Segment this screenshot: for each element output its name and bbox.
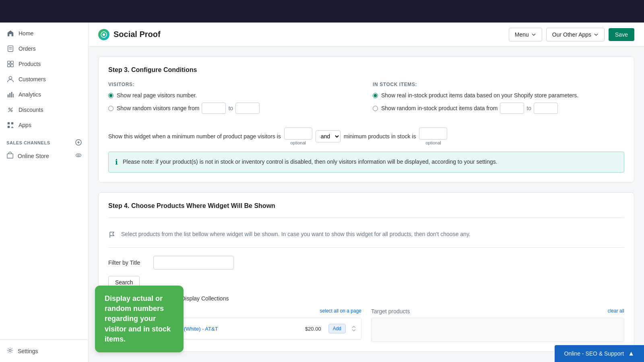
sidebar-label-orders: Orders	[19, 45, 36, 52]
instock-to-label: to	[526, 105, 531, 111]
page-header: Social Proof Menu Our Other Apps Save	[89, 23, 644, 47]
svg-point-28	[103, 33, 105, 36]
filter-input[interactable]	[153, 256, 234, 269]
sidebar-item-home[interactable]: Home	[0, 26, 88, 41]
visitors-group: VISITORS: Show real page visitors number…	[108, 82, 360, 118]
sidebar: Home Orders Products Custo	[0, 23, 89, 362]
sidebar-label-analytics: Analytics	[19, 91, 41, 98]
filter-label: Filter by Title	[108, 259, 149, 266]
stock-min-input[interactable]	[419, 128, 447, 140]
filter-row: Filter by Title	[108, 256, 624, 269]
products-icon	[6, 60, 14, 68]
conditions-grid: VISITORS: Show real page visitors number…	[108, 82, 624, 118]
svg-point-12	[9, 108, 10, 110]
svg-rect-9	[9, 93, 10, 97]
discounts-icon	[6, 106, 14, 114]
sidebar-label-customers: Customers	[19, 76, 46, 82]
visitors-min-input[interactable]	[284, 128, 312, 140]
content-area: Step 3. Configure Conditions VISITORS: S…	[89, 47, 644, 362]
menu-button[interactable]: Menu	[509, 28, 542, 41]
seo-bar-label: Online - SEO & Support	[564, 350, 624, 357]
flag-icon	[108, 231, 116, 241]
product-price: $20.00	[305, 326, 321, 332]
sidebar-item-orders[interactable]: Orders	[0, 41, 88, 56]
sidebar-label-home: Home	[19, 30, 33, 37]
svg-rect-17	[8, 126, 10, 128]
widget-condition-suffix: minimum products in stock is	[344, 133, 416, 140]
save-button[interactable]: Save	[609, 28, 634, 41]
conjunction-select[interactable]: and or	[316, 130, 341, 142]
optional-label-1: optional	[290, 140, 306, 145]
sidebar-item-products[interactable]: Products	[0, 56, 88, 72]
svg-point-7	[9, 76, 12, 79]
svg-rect-5	[8, 64, 10, 67]
visitors-radio2[interactable]: Show random visitors range from to	[108, 103, 360, 114]
settings-icon	[6, 347, 14, 355]
instock-radio1-input[interactable]	[373, 93, 378, 98]
sidebar-label-products: Products	[19, 61, 41, 67]
instock-range-from[interactable]	[500, 103, 524, 114]
sidebar-item-online-store[interactable]: Online Store	[0, 148, 88, 164]
visitors-radio2-input[interactable]	[108, 106, 114, 111]
products-grid: Select target products select all on a p…	[108, 308, 624, 342]
visitors-to-label: to	[228, 105, 233, 111]
step4-title: Step 4. Choose Products Where Widget Wil…	[108, 202, 624, 210]
seo-bar[interactable]: Online - SEO & Support ▲	[555, 345, 644, 362]
svg-rect-23	[7, 154, 13, 158]
visitors-range-from[interactable]	[202, 103, 226, 114]
instock-radio1[interactable]: Show real in-stock product items data ba…	[373, 92, 624, 99]
display-options: Display products' list Display Collectio…	[108, 295, 624, 302]
info-text: Please note: if your product(s) is not i…	[123, 158, 497, 166]
sidebar-item-apps[interactable]: Apps	[0, 117, 88, 133]
analytics-icon	[6, 90, 14, 99]
select-all-link[interactable]: select all on a page	[320, 308, 361, 315]
step3-section: Step 3. Configure Conditions VISITORS: S…	[98, 56, 634, 183]
sidebar-item-customers[interactable]: Customers	[0, 72, 88, 87]
orders-icon	[6, 45, 14, 53]
sidebar-label-discounts: Discounts	[19, 107, 43, 113]
add-sales-channel-icon[interactable]	[75, 139, 82, 146]
home-icon	[6, 29, 14, 37]
instock-radio1-label: Show real in-stock product items data ba…	[381, 92, 578, 99]
target-product-list	[371, 318, 624, 342]
instock-radio2-input[interactable]	[373, 106, 378, 111]
sidebar-item-discounts[interactable]: Discounts	[0, 102, 88, 117]
sidebar-section-sales-channels: SALES CHANNELS	[0, 133, 88, 148]
customers-icon	[6, 75, 14, 83]
products-info-text: Select products from the list bellow whe…	[121, 231, 471, 237]
sidebar-nav: Home Orders Products Custo	[0, 23, 88, 167]
instock-radio2-label: Show random in-stock product items data …	[381, 105, 497, 111]
instock-title: IN STOCK ITEMS:	[373, 82, 624, 87]
sidebar-label-apps: Apps	[19, 122, 31, 128]
sidebar-bottom: Settings	[0, 339, 88, 362]
svg-rect-4	[11, 61, 13, 64]
instock-group: IN STOCK ITEMS: Show real in-stock produ…	[373, 82, 624, 118]
main-content: Social Proof Menu Our Other Apps Save St…	[89, 23, 644, 362]
visitors-radio1[interactable]: Show real page visitors number.	[108, 92, 360, 99]
svg-rect-16	[11, 122, 13, 124]
visitors-radio1-input[interactable]	[108, 93, 114, 98]
sidebar-item-analytics[interactable]: Analytics	[0, 87, 88, 102]
info-box: ℹ Please note: if your product(s) is not…	[108, 152, 624, 173]
svg-point-26	[9, 349, 11, 351]
other-apps-button[interactable]: Our Other Apps	[546, 28, 605, 41]
svg-rect-19	[11, 127, 13, 128]
visitors-radio2-label: Show random visitors range from	[117, 105, 199, 111]
target-products-label: Target products	[371, 308, 410, 315]
product-add-button[interactable]: Add	[328, 324, 346, 333]
visitors-title: VISITORS:	[108, 82, 360, 87]
sidebar-item-settings[interactable]: Settings	[0, 343, 88, 359]
tooltip-green: Display actual or random numbers regardi…	[95, 286, 184, 352]
visitors-range-to[interactable]	[235, 103, 260, 114]
instock-range-to[interactable]	[534, 103, 558, 114]
page-title: Social Proof	[114, 30, 161, 39]
svg-rect-11	[13, 94, 14, 97]
svg-point-25	[78, 154, 79, 156]
instock-radio2[interactable]: Show random in-stock product items data …	[373, 103, 624, 114]
clear-all-link[interactable]: clear all	[608, 308, 624, 315]
svg-point-13	[11, 110, 12, 112]
seo-bar-chevron: ▲	[628, 350, 634, 357]
eye-icon[interactable]	[75, 152, 82, 160]
visitors-radio1-label: Show real page visitors number.	[117, 92, 197, 99]
svg-rect-0	[8, 46, 13, 51]
